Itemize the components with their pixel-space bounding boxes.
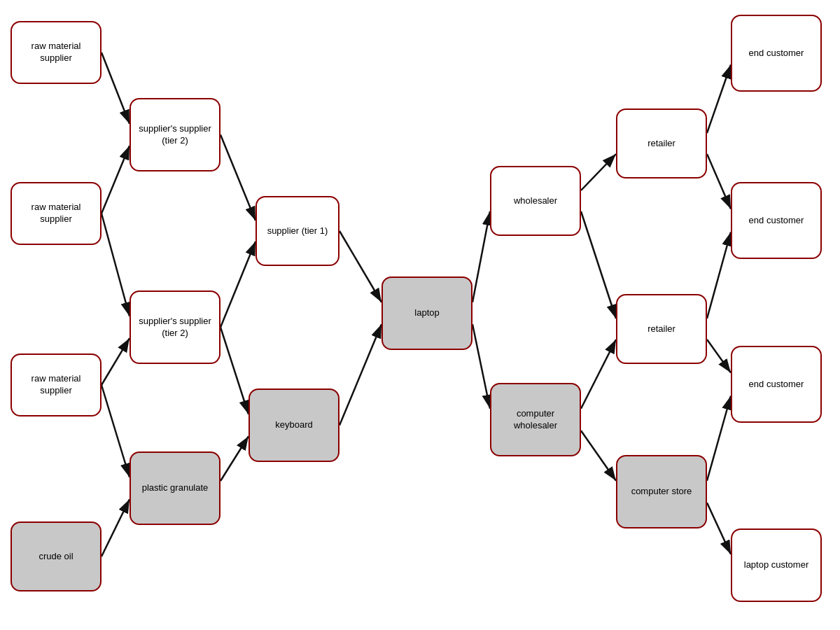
node-n13: retailer — [616, 108, 707, 178]
svg-line-6 — [102, 385, 130, 477]
svg-line-13 — [472, 211, 490, 302]
svg-line-21 — [707, 232, 731, 319]
svg-line-24 — [707, 503, 731, 554]
node-n18: end customer — [731, 346, 822, 423]
node-n8: supplier (tier 1) — [255, 196, 340, 266]
svg-line-17 — [581, 340, 616, 409]
svg-line-23 — [707, 396, 731, 481]
svg-line-1 — [102, 52, 130, 124]
svg-line-22 — [707, 340, 731, 373]
node-n9: keyboard — [248, 388, 340, 462]
svg-line-2 — [102, 146, 130, 214]
svg-line-19 — [707, 65, 731, 134]
svg-line-4 — [102, 338, 130, 385]
supply-chain-diagram: raw material supplierraw material suppli… — [0, 0, 840, 630]
svg-line-20 — [707, 154, 731, 209]
svg-line-15 — [581, 154, 616, 190]
node-n7: plastic granulate — [130, 451, 220, 525]
node-n5: supplier's supplier (tier 2) — [130, 98, 220, 172]
svg-line-7 — [220, 135, 255, 221]
svg-line-3 — [102, 214, 130, 316]
node-n12: computer wholesaler — [490, 383, 581, 456]
node-n11: wholesaler — [490, 166, 581, 236]
node-n17: end customer — [731, 182, 822, 259]
node-n4: crude oil — [10, 522, 102, 592]
svg-line-16 — [581, 211, 616, 318]
svg-line-12 — [340, 324, 382, 425]
svg-line-8 — [220, 241, 255, 328]
svg-line-14 — [472, 324, 490, 409]
node-n1: raw material supplier — [10, 21, 102, 84]
svg-line-10 — [220, 328, 248, 414]
node-n15: computer store — [616, 455, 707, 528]
node-n14: retailer — [616, 294, 707, 364]
svg-line-9 — [220, 436, 248, 481]
node-n2: raw material supplier — [10, 182, 102, 245]
svg-line-18 — [581, 430, 616, 481]
node-n10: laptop — [382, 276, 472, 350]
node-n16: end customer — [731, 15, 822, 92]
node-n19: laptop customer — [731, 528, 822, 602]
svg-line-5 — [102, 499, 130, 556]
svg-line-11 — [340, 231, 382, 302]
node-n3: raw material supplier — [10, 354, 102, 416]
node-n6: supplier's supplier (tier 2) — [130, 290, 220, 364]
